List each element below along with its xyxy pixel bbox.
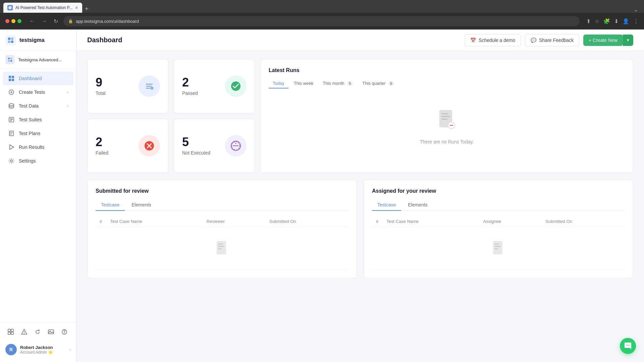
empty-document-icon	[437, 109, 457, 136]
submitted-col-submitted: Submitted On	[265, 216, 348, 227]
stat-number-total: 9	[96, 76, 106, 88]
image-tool-icon[interactable]	[46, 326, 56, 337]
app: testsigma Testsigma Advanced... Dashboar…	[0, 29, 644, 362]
logo-text: testsigma	[19, 37, 45, 43]
svg-rect-6	[10, 58, 12, 59]
sidebar-item-test-data[interactable]: Test Data ›	[3, 99, 73, 113]
help-tool-icon[interactable]	[59, 326, 70, 337]
submitted-review-table: # Test Case Name Reviewer Submitted On	[96, 216, 348, 270]
tab-favicon	[7, 5, 13, 10]
assigned-review-tab-elements[interactable]: Elements	[402, 199, 433, 211]
test-data-icon	[8, 103, 15, 109]
runs-tab-this-week[interactable]: This week	[290, 79, 318, 88]
sidebar-item-settings[interactable]: Settings	[3, 154, 73, 168]
download-icon[interactable]: ⬇	[614, 18, 619, 24]
user-profile[interactable]: R Robert Jackson Account Admin ⭐ ›	[3, 341, 73, 358]
assigned-review-title: Assigned for your review	[372, 188, 625, 194]
stat-icon-not-executed	[225, 135, 247, 157]
svg-point-66	[629, 345, 630, 346]
svg-rect-60	[493, 241, 502, 254]
submitted-review-tabs: Testcase Elements	[96, 199, 348, 211]
tab-close-icon[interactable]: ×	[75, 5, 78, 10]
svg-point-31	[24, 333, 24, 334]
assigned-review-table: # Test Case Name Assignee Submitted On	[372, 216, 625, 270]
runs-tab-this-month[interactable]: This month 5	[319, 79, 357, 88]
create-new-button[interactable]: + Create New	[583, 35, 623, 46]
header-actions: 📅 Schedule a demo 💬 Share Feedback + Cre…	[465, 34, 633, 46]
chat-button[interactable]	[620, 338, 636, 354]
sidebar-item-create-tests[interactable]: Create Tests ›	[3, 85, 73, 99]
traffic-lights	[5, 19, 21, 23]
tab-title: AI Powered Test Automation P...	[15, 5, 72, 10]
user-name: Robert Jackson	[20, 345, 66, 350]
new-tab-button[interactable]: +	[85, 5, 89, 13]
assigned-review-tabs: Testcase Elements	[372, 199, 625, 211]
project-selector[interactable]: Testsigma Advanced...	[0, 51, 76, 69]
stat-info-not-executed: 5 Not Executed	[182, 136, 210, 156]
sidebar-item-run-results[interactable]: Run Results	[3, 140, 73, 154]
back-button[interactable]: ←	[28, 17, 36, 25]
maximize-window-button[interactable]	[17, 19, 21, 23]
svg-rect-5	[8, 58, 10, 59]
stat-number-failed: 2	[96, 136, 108, 148]
sidebar-item-label: Test Plans	[19, 131, 68, 136]
project-icon	[5, 55, 15, 64]
empty-runs-state: There are no Runs Today.	[269, 88, 625, 165]
this-month-count: 5	[347, 81, 353, 86]
svg-point-25	[10, 160, 12, 162]
profile-icon[interactable]: 👤	[623, 18, 629, 24]
assigned-review-tab-testcase[interactable]: Testcase	[372, 199, 401, 211]
minimize-window-button[interactable]	[11, 19, 15, 23]
schedule-demo-button[interactable]: 📅 Schedule a demo	[465, 34, 521, 46]
runs-tab-today[interactable]: Today	[269, 79, 288, 88]
svg-rect-27	[11, 329, 13, 331]
refresh-tool-icon[interactable]	[32, 326, 43, 337]
submitted-col-name: Test Case Name	[106, 216, 203, 227]
sidebar-item-test-plans[interactable]: Test Plans	[3, 127, 73, 140]
bookmark-icon[interactable]: ☆	[595, 18, 599, 24]
assigned-col-submitted: Submitted On	[542, 216, 625, 227]
user-avatar: R	[5, 344, 17, 355]
grid-tool-icon[interactable]	[5, 326, 16, 337]
create-tests-icon	[8, 89, 15, 96]
svg-point-64	[626, 345, 627, 346]
run-results-icon	[8, 144, 15, 150]
lock-icon: 🔒	[68, 19, 73, 23]
share-feedback-button[interactable]: 💬 Share Feedback	[525, 34, 579, 46]
sidebar-item-dashboard[interactable]: Dashboard	[3, 72, 73, 85]
more-options-icon[interactable]: ⋮	[633, 18, 639, 24]
sidebar-item-label: Test Suites	[19, 117, 68, 122]
create-new-dropdown-button[interactable]: ▾	[623, 35, 633, 46]
svg-point-42	[231, 81, 240, 91]
browser-chrome: AI Powered Test Automation P... × + ⌄ ← …	[0, 0, 644, 29]
runs-tabs: Today This week This month 5 This quarte…	[269, 79, 625, 88]
main-content: Dashboard 📅 Schedule a demo 💬 Share Feed…	[76, 29, 644, 362]
stat-label-failed: Failed	[96, 150, 108, 156]
project-name: Testsigma Advanced...	[18, 57, 71, 62]
address-bar[interactable]: 🔒 app.testsigma.com/ui/dashboard	[63, 16, 580, 26]
svg-rect-11	[9, 79, 11, 81]
svg-rect-7	[8, 60, 10, 62]
browser-tab[interactable]: AI Powered Test Automation P... ×	[3, 3, 82, 13]
svg-rect-62	[494, 246, 500, 247]
svg-rect-10	[12, 76, 14, 78]
forward-button[interactable]: →	[40, 17, 48, 25]
reload-button[interactable]: ↻	[52, 17, 59, 26]
stat-info-total: 9 Total	[96, 76, 106, 96]
sidebar-item-label: Run Results	[19, 144, 68, 150]
extensions-icon[interactable]: 🧩	[603, 18, 610, 24]
svg-rect-26	[8, 329, 10, 331]
svg-rect-12	[12, 79, 14, 81]
svg-rect-53	[441, 119, 447, 120]
submitted-review-tab-testcase[interactable]: Testcase	[96, 199, 125, 211]
close-window-button[interactable]	[5, 19, 9, 23]
runs-tab-this-quarter[interactable]: This quarter 6	[358, 79, 398, 88]
assigned-col-hash: #	[372, 216, 382, 227]
submitted-review-tab-elements[interactable]: Elements	[126, 199, 156, 211]
sidebar-item-test-suites[interactable]: Test Suites	[3, 113, 73, 126]
expand-icon: ⌄	[634, 6, 641, 13]
download-page-icon[interactable]: ⬆	[586, 18, 591, 24]
alert-tool-icon[interactable]	[19, 326, 30, 337]
assigned-review-card: Assigned for your review Testcase Elemen…	[364, 180, 633, 279]
svg-rect-29	[11, 332, 13, 335]
